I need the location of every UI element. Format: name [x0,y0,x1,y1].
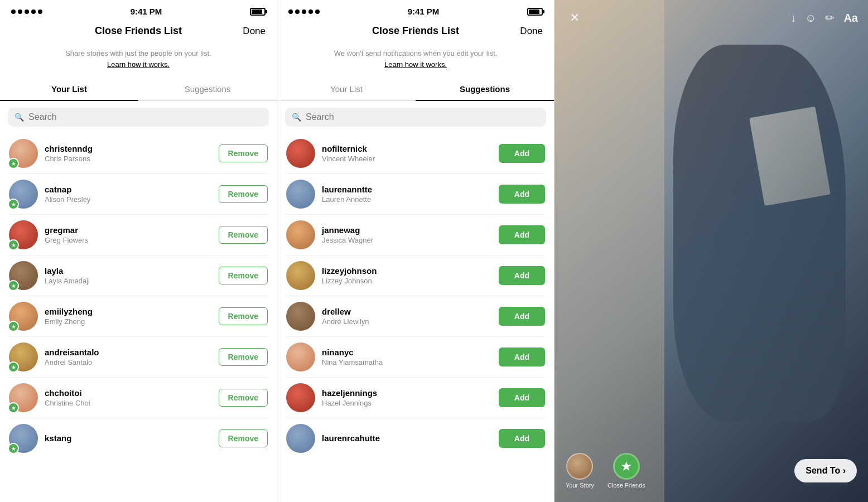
your-story-option[interactable]: Your Story [566,453,594,489]
user-info: christenndg Chris Parsons [45,144,212,163]
list-item: ★ gregmar Greg Flowers Remove [0,215,277,255]
search-input-1[interactable] [28,112,262,122]
list-item: ★ layla Layla Amadaji Remove [0,255,277,296]
avatar: ★ [9,342,38,371]
smiley-icon[interactable]: ☺ [805,12,816,25]
star-badge: ★ [8,280,19,291]
avatar [286,180,315,209]
star-badge: ★ [8,158,19,169]
add-button[interactable]: Add [499,347,545,366]
user-info: nofilternick Vincent Wheeler [322,144,492,163]
list-item: ★ andreisantalo Andrei Santalo Remove [0,337,277,377]
panel1-done-button[interactable]: Done [243,26,266,37]
user-info: jannewag Jessica Wagner [322,225,492,244]
panel1-tabs: Your List Suggestions [0,78,277,101]
remove-button[interactable]: Remove [219,267,268,284]
star-badge: ★ [8,402,19,413]
avatar [286,302,315,331]
tab-suggestions-1[interactable]: Suggestions [138,78,277,100]
text-tool-button[interactable]: Aa [843,12,858,25]
add-button[interactable]: Add [499,429,545,448]
add-button[interactable]: Add [499,144,545,163]
avatar-circle [286,139,315,168]
list-item: laurenanntte Lauren Annette Add [277,174,554,214]
user-info: emiilyzheng Emily Zheng [45,307,212,326]
tab-your-list-1[interactable]: Your List [0,78,138,100]
edit-icon[interactable]: ✏ [825,11,835,25]
story-top-icons: ↓ ☺ ✏ Aa [790,11,858,25]
list-item: jannewag Jessica Wagner Add [277,215,554,255]
user-info: andreisantalo Andrei Santalo [45,347,212,366]
panel1-subtitle: Share stories with just the people on yo… [0,44,277,72]
panel2-learn-more-link[interactable]: Learn how it works. [384,60,447,69]
user-info: lizzeyjohnson Lizzey Johnson [322,266,492,285]
add-button[interactable]: Add [499,225,545,244]
avatar [286,261,315,290]
panel1-learn-more-link[interactable]: Learn how it works. [107,60,170,69]
avatar [286,424,315,453]
user-info: ninanyc Nina Yiamsamatha [322,347,492,366]
search-bar-2[interactable]: 🔍 [285,108,546,127]
close-friends-option[interactable]: ★ Close Friends [607,453,645,489]
panel2-title: Close Friends List [372,25,459,37]
avatar: ★ [9,220,38,249]
remove-button[interactable]: Remove [219,144,268,162]
add-button[interactable]: Add [499,307,545,326]
list-item: lizzeyjohnson Lizzey Johnson Add [277,255,554,296]
remove-button[interactable]: Remove [219,348,268,366]
panel2-done-button[interactable]: Done [520,26,543,37]
star-badge: ★ [8,321,19,332]
list-item: hazeljennings Hazel Jennings Add [277,378,554,418]
avatar-circle [286,261,315,290]
search-bar-1[interactable]: 🔍 [8,108,269,127]
add-button[interactable]: Add [499,388,545,407]
story-top-bar: ✕ ↓ ☺ ✏ Aa [554,0,868,36]
avatar [286,220,315,249]
remove-button[interactable]: Remove [219,389,268,407]
panel2-header: Close Friends List Done [277,21,554,44]
remove-button[interactable]: Remove [219,429,268,447]
avatar [286,342,315,371]
user-info: hazeljennings Hazel Jennings [322,388,492,407]
user-info: gregmar Greg Flowers [45,225,212,244]
avatar: ★ [9,261,38,290]
tab-suggestions-2[interactable]: Suggestions [416,78,554,100]
user-info: laurenanntte Lauren Annette [322,185,492,204]
avatar: ★ [9,180,38,209]
avatar [286,383,315,412]
add-button[interactable]: Add [499,266,545,285]
search-input-2[interactable] [306,112,539,122]
list-item: ninanyc Nina Yiamsamatha Add [277,337,554,377]
user-info: catnap Alison Presley [45,185,212,204]
search-icon-1: 🔍 [15,113,24,122]
battery-icon-1 [250,8,266,16]
close-button[interactable]: ✕ [565,8,585,28]
story-share-options: Your Story ★ Close Friends [566,453,645,489]
avatar [286,139,315,168]
story-background [554,0,868,502]
user-list-1: ★ christenndg Chris Parsons Remove ★ cat… [0,133,277,502]
remove-button[interactable]: Remove [219,185,268,203]
send-to-button[interactable]: Send To › [794,459,857,482]
battery-icon-2 [527,8,543,16]
list-item: nofilternick Vincent Wheeler Add [277,133,554,173]
remove-button[interactable]: Remove [219,226,268,244]
download-icon[interactable]: ↓ [790,12,796,25]
star-badge: ★ [8,361,19,373]
signal-dots-2 [288,9,320,14]
tab-your-list-2[interactable]: Your List [277,78,416,100]
status-time-1: 9:41 PM [131,7,162,16]
avatar-circle [286,383,315,412]
remove-button[interactable]: Remove [219,307,268,325]
avatar-circle [286,342,315,371]
panel-suggestions: 9:41 PM Close Friends List Done We won't… [277,0,554,502]
avatar: ★ [9,302,38,331]
star-badge: ★ [8,199,19,210]
avatar: ★ [9,139,38,168]
avatar-circle [286,220,315,249]
list-item: ★ chchoitoi Christine Choi Remove [0,378,277,418]
avatar-circle [286,302,315,331]
list-item: ★ emiilyzheng Emily Zheng Remove [0,296,277,336]
list-item: ★ christenndg Chris Parsons Remove [0,133,277,173]
add-button[interactable]: Add [499,185,545,204]
